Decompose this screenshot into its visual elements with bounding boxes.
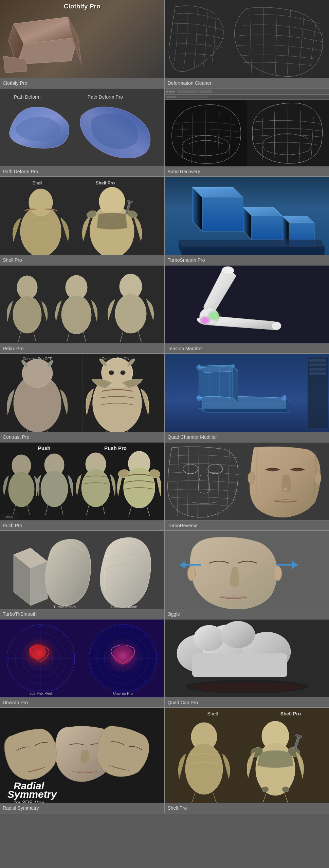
turbosmooth-label: TurboSmooth Pro <box>165 255 329 265</box>
tension-image <box>165 265 329 343</box>
svg-rect-49 <box>309 359 326 362</box>
svg-point-71 <box>314 472 321 484</box>
relaxpro-image: Relax Relax Pro <box>0 265 164 343</box>
cell-pathdeform: Path Deform Path Deform Pro Path Deform … <box>0 88 165 176</box>
svg-point-104 <box>221 621 255 648</box>
subd-label: Subd Recovery <box>165 166 329 176</box>
cell-jiggle: Jiggle <box>165 531 329 619</box>
shellpro2-label: Shell Pro <box>165 803 329 813</box>
radial-label: Radial Symmetry <box>0 803 164 813</box>
quadchamfer-svg <box>165 354 329 432</box>
svg-point-26 <box>199 315 211 326</box>
cell-tension: Tension Morpher <box>165 265 329 353</box>
turbotri-image: TurboSmooth TurboTriSmooth <box>0 531 164 609</box>
svg-point-75 <box>274 566 282 581</box>
contrast-svg: Contrast Pro OFF Contrast Pro ON <box>0 354 164 432</box>
cell-turboreverse: TurboReverse <box>165 442 329 530</box>
deformation-label: Deformation Cleaner <box>165 78 329 88</box>
jiggle-label: Jiggle <box>165 609 329 619</box>
tension-svg <box>165 265 329 343</box>
turboreverse-image <box>165 442 329 520</box>
svg-point-86 <box>29 644 46 659</box>
pushpro-image: Push Push Pro <box>0 442 164 520</box>
cell-turbosmooth: TurboSmooth Pro <box>165 177 329 265</box>
turboreverse-svg <box>165 442 329 520</box>
cell-clothify: Clothify Pro <box>0 0 165 88</box>
cell-deformation: Deformation Cleaner <box>165 0 329 88</box>
svg-point-44 <box>196 395 202 401</box>
svg-text:Shell Pro: Shell Pro <box>96 180 115 185</box>
svg-rect-50 <box>309 363 326 366</box>
shellpro-image: Shell Shell Pro <box>0 177 164 255</box>
clothify-title: Clothify Pro <box>64 3 100 10</box>
svg-text:4d5.pl: 4d5.pl <box>5 515 13 518</box>
subd-left-svg <box>165 100 246 166</box>
svg-point-27 <box>222 267 234 275</box>
row-6: Push Push Pro <box>0 442 329 531</box>
svg-point-98 <box>113 646 133 665</box>
svg-point-70 <box>248 472 255 484</box>
cell-relaxpro: Relax Relax Pro Relax Pro <box>0 265 165 353</box>
quadcap-svg <box>165 619 329 697</box>
svg-point-130 <box>282 787 289 792</box>
svg-point-19 <box>61 295 91 334</box>
svg-text:Push Pro: Push Pro <box>104 445 127 451</box>
clothify-image: Clothify Pro <box>0 0 164 78</box>
row-8: 3ds Max Peel <box>0 619 329 708</box>
radial-svg: Radial Symmetry for 3DS Max <box>0 708 164 803</box>
relax-svg: Relax Relax Pro <box>0 265 164 343</box>
relaxpro-label: Relax Pro <box>0 343 164 353</box>
shellpro2-image: Shell Shell Pro <box>165 708 329 803</box>
unwrap-label: Unwrap Pro <box>0 697 164 707</box>
svg-point-17 <box>13 296 41 333</box>
tension-label: Tension Morpher <box>165 343 329 353</box>
svg-point-107 <box>193 682 301 692</box>
svg-point-9 <box>99 187 125 216</box>
unwrap-image: 3ds Max Peel <box>0 619 164 697</box>
row-4: Relax Relax Pro Relax Pro <box>0 265 329 354</box>
quadcap-image <box>165 619 329 697</box>
cell-subd: Subd Recovery <box>165 88 329 176</box>
turbotri-label: TurboTriSmooth <box>0 609 164 619</box>
cell-contrast: Contrast Pro OFF Contrast Pro ON <box>0 354 165 442</box>
cloth-corner <box>2 54 29 75</box>
turbosmooth-image <box>165 177 329 255</box>
svg-point-60 <box>81 469 110 507</box>
cell-turbotri: TurboSmooth TurboTriSmooth <box>0 531 165 619</box>
cell-quadcap: Quad Cap Pro <box>165 619 329 707</box>
svg-point-36 <box>109 370 114 375</box>
subd-image <box>165 88 329 166</box>
row-2: Path Deform Path Deform Pro Path Deform … <box>0 88 329 177</box>
svg-point-7 <box>29 189 53 216</box>
svg-point-122 <box>185 744 223 794</box>
svg-point-58 <box>41 470 68 507</box>
quadcap-label: Quad Cap Pro <box>165 697 329 707</box>
svg-text:Shell Pro: Shell Pro <box>280 711 301 716</box>
svg-text:Path Deform Pro: Path Deform Pro <box>88 94 123 100</box>
svg-text:Unwrap Pro: Unwrap Pro <box>113 691 133 695</box>
row-1: Clothify Pro <box>0 0 329 88</box>
svg-rect-51 <box>309 368 326 371</box>
row-3: Shell Shell Pro <box>0 177 329 265</box>
quadchamfer-label: Quad Chamfer Modifier <box>165 432 329 442</box>
push-svg: Push Push Pro <box>0 442 164 520</box>
row-7: TurboSmooth TurboTriSmooth <box>0 531 329 619</box>
svg-point-103 <box>194 625 224 651</box>
row-9: Radial Symmetry for 3DS Max Radial Symme… <box>0 708 329 813</box>
svg-text:Shell: Shell <box>33 180 42 185</box>
jiggle-image <box>165 531 329 609</box>
svg-point-69 <box>283 488 287 491</box>
svg-point-46 <box>281 395 287 401</box>
shellpro2-svg: Shell Shell Pro <box>165 708 329 803</box>
pathdeform-label: Path Deform Pro <box>0 166 164 176</box>
svg-point-56 <box>8 472 34 507</box>
deformation-image <box>165 0 329 78</box>
cell-pushpro: Push Push Pro <box>0 442 165 530</box>
turbosmooth-svg <box>165 177 329 255</box>
radial-image: Radial Symmetry for 3DS Max <box>0 708 164 803</box>
quadchamfer-image <box>165 354 329 432</box>
cell-radial: Radial Symmetry for 3DS Max Radial Symme… <box>0 708 165 813</box>
shellpro-label: Shell Pro <box>0 255 164 265</box>
svg-text:Symmetry: Symmetry <box>7 789 57 800</box>
subd-right-svg <box>247 100 329 166</box>
